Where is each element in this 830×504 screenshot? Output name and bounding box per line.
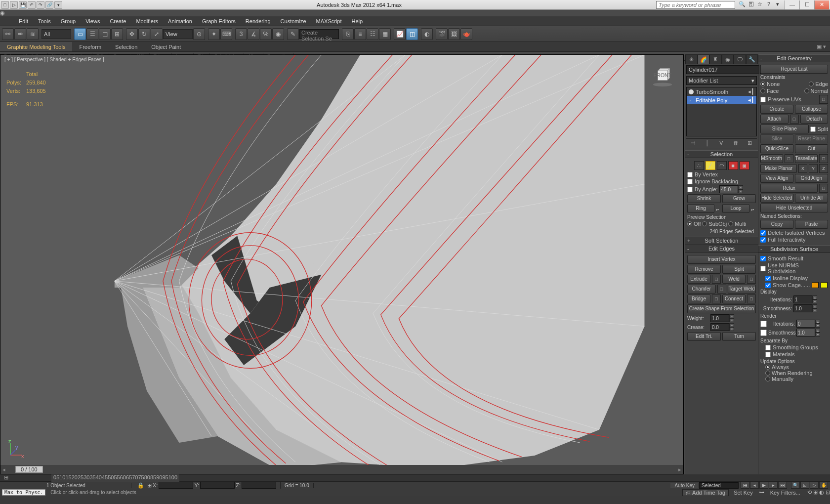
collapse-button[interactable]: Collapse (795, 105, 828, 114)
coord-z-input[interactable] (242, 482, 276, 489)
planar-z-button[interactable]: Z (819, 164, 828, 173)
attach-button[interactable]: Attach (760, 115, 788, 124)
tab-freeform[interactable]: Freeform (72, 42, 108, 51)
connect-button[interactable]: Connect (722, 294, 746, 303)
star-icon[interactable]: ☆ (756, 1, 764, 9)
delete-iso-checkbox[interactable] (760, 230, 766, 236)
rollout-editgeom-header[interactable]: -Edit Geometry (758, 54, 830, 62)
polygon-icon[interactable]: ■ (728, 161, 738, 170)
shrink-button[interactable]: Shrink (687, 194, 721, 203)
display-smooth-spinner[interactable] (793, 304, 812, 312)
select-name-icon[interactable]: ☰ (86, 28, 98, 40)
chamfer-button[interactable]: Chamfer (687, 285, 716, 294)
view-align-button[interactable]: View Align (760, 174, 793, 183)
edit-named-sel-icon[interactable]: ✎ (287, 28, 299, 40)
render-iter-checkbox[interactable] (760, 321, 767, 327)
slice-plane-button[interactable]: Slice Plane (760, 125, 809, 133)
new-icon[interactable]: □ (1, 1, 9, 9)
hide-unselected-button[interactable]: Hide Unselected (760, 204, 828, 212)
minimize-button[interactable]: — (785, 0, 799, 9)
render-icon[interactable]: 🫖 (460, 28, 472, 40)
chamfer-settings-icon[interactable]: □ (717, 285, 726, 294)
menu-help[interactable]: Help (348, 18, 367, 24)
zoom-all-icon[interactable]: ⊡ (800, 482, 809, 489)
angle-spinner[interactable] (719, 185, 738, 193)
scale-icon[interactable]: ⤢ (151, 28, 163, 40)
connect-settings-icon[interactable]: □ (747, 294, 756, 303)
ribbon-collapse-icon[interactable]: ▣ ▾ (813, 42, 830, 51)
percent-snap-icon[interactable]: % (260, 28, 272, 40)
move-icon[interactable]: ✥ (126, 28, 138, 40)
tessellate-button[interactable]: Tessellate (795, 154, 818, 163)
make-unique-icon[interactable]: ∀ (717, 140, 725, 148)
tab-motion-icon[interactable]: ◉ (722, 54, 734, 64)
timeline-ruler[interactable]: 0510152025303540455055606570758085909510… (51, 474, 179, 482)
ribbon-icon[interactable]: ▦ (379, 28, 391, 40)
menu-group[interactable]: Group (57, 18, 80, 24)
target-weld-button[interactable]: Target Weld (728, 285, 756, 294)
menu-edit[interactable]: Edit (15, 18, 32, 24)
goto-start-icon[interactable]: ⏮ (741, 482, 749, 489)
keymode-dropdown[interactable]: Selected (699, 482, 739, 489)
relax-button[interactable]: Relax (760, 184, 818, 193)
cut-button[interactable]: Cut (795, 144, 828, 153)
zoom-icon[interactable]: 🔍 (791, 482, 800, 489)
ignore-backfacing-checkbox[interactable] (687, 179, 693, 184)
by-vertex-checkbox[interactable] (687, 172, 693, 177)
update-manually-radio[interactable] (765, 377, 770, 381)
nav1-icon[interactable]: ◐ (819, 489, 824, 495)
add-time-tag-button[interactable]: 🏷 Add Time Tag (682, 489, 729, 496)
detach-button[interactable]: Detach (800, 115, 829, 124)
select-region-icon[interactable]: ◫ (99, 28, 111, 40)
spinner-snap-icon[interactable]: ◉ (272, 28, 284, 40)
absolute-icon[interactable]: ⊞ (147, 482, 152, 489)
undo-icon[interactable]: ↶ (28, 1, 36, 9)
planar-y-button[interactable]: Y (809, 164, 818, 173)
rendered-frame-icon[interactable]: 🖼 (448, 28, 460, 40)
update-rendering-radio[interactable] (765, 371, 770, 376)
play-icon[interactable]: ▶ (759, 482, 768, 489)
help-icon[interactable]: ? (765, 1, 773, 9)
refcoord-dropdown[interactable]: View (163, 29, 193, 39)
extrude-settings-icon[interactable]: □ (712, 275, 721, 284)
keyboard-icon[interactable]: ⌨ (220, 28, 232, 40)
bridge-button[interactable]: Bridge (687, 294, 710, 303)
copy-sel-button[interactable]: Copy (760, 220, 793, 229)
key-icon[interactable]: ⊶ (756, 489, 767, 496)
border-icon[interactable]: ◠ (717, 161, 727, 170)
tess-settings-icon[interactable]: □ (819, 154, 828, 163)
turn-button[interactable]: Turn (722, 332, 756, 341)
maximize-button[interactable]: ☐ (799, 0, 814, 9)
expand-icon[interactable]: ▫ (689, 97, 694, 103)
bind-icon[interactable]: ≋ (27, 28, 39, 40)
link-icon[interactable]: ⚯ (2, 28, 14, 40)
help-search-input[interactable] (656, 1, 735, 9)
preview-off-radio[interactable] (687, 221, 692, 226)
hide-selected-button[interactable]: Hide Selected (760, 194, 793, 203)
pivot-icon[interactable]: ⊙ (193, 28, 205, 40)
material-editor-icon[interactable]: ◐ (421, 28, 433, 40)
constraint-normal-radio[interactable] (804, 88, 809, 93)
extrude-button[interactable]: Extrude (687, 275, 710, 284)
modifier-item-editablepoly[interactable]: ▫ Editable Poly ◂┃ (687, 96, 756, 104)
create-shape-button[interactable]: Create Shape From Selection (687, 304, 756, 313)
display-iter-spinner[interactable] (793, 295, 812, 303)
time-slider[interactable]: ◂ 0 / 100 ▸ (0, 465, 683, 474)
snap-toggle-icon[interactable]: 3 (235, 28, 247, 40)
menu-views[interactable]: Views (82, 18, 104, 24)
render-smooth-checkbox[interactable] (760, 330, 767, 336)
edit-tri-button[interactable]: Edit Tri. (687, 332, 721, 341)
create-button[interactable]: Create (760, 105, 793, 114)
menu-animation[interactable]: Animation (164, 18, 196, 24)
tab-modify-icon[interactable]: 🌈 (698, 54, 710, 64)
menu-rendering[interactable]: Rendering (242, 18, 275, 24)
weld-settings-icon[interactable]: □ (747, 275, 756, 284)
show-cage-checkbox[interactable] (765, 283, 771, 288)
pin-stack-icon[interactable]: ⊣ (689, 140, 697, 148)
attach-list-icon[interactable]: □ (790, 115, 799, 124)
link-icon[interactable]: 🔗 (45, 1, 53, 9)
ring-button[interactable]: Ring (687, 204, 714, 213)
msmooth-settings-icon[interactable]: □ (785, 154, 793, 163)
update-always-radio[interactable] (765, 365, 770, 370)
loop-button[interactable]: Loop (722, 204, 749, 213)
